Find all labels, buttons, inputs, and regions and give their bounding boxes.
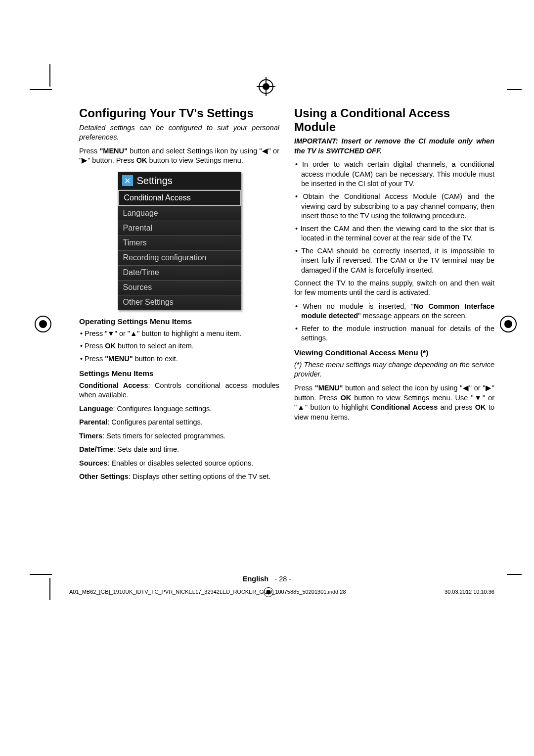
heading-configuring: Configuring Your TV's Settings <box>79 106 279 120</box>
footer-filename: A01_MB62_[GB]_1910UK_IDTV_TC_PVR_NICKEL1… <box>69 589 346 595</box>
settings-menu-item: Timers <box>118 236 241 250</box>
important-note: IMPORTANT: Insert or remove the CI modul… <box>294 137 494 156</box>
crop-mark <box>49 64 50 87</box>
viewing-heading: Viewing Conditional Access Menu (*) <box>294 348 494 357</box>
settings-icon <box>122 175 133 186</box>
crop-mark <box>507 89 522 90</box>
settings-items-heading: Settings Menu Items <box>79 369 279 378</box>
settings-menu-screenshot: Settings Conditional AccessLanguageParen… <box>118 172 241 310</box>
viewing-note: (*) These menu settings may change depen… <box>294 360 494 379</box>
cam-bullet: Obtain the Conditional Access Module (CA… <box>294 192 494 221</box>
registration-mark-icon <box>500 316 517 332</box>
connect-text: Connect the TV to the mains supply, swit… <box>294 279 494 298</box>
left-column: Configuring Your TV's Settings Detailed … <box>79 106 279 583</box>
footer-page-number: - 28 - <box>274 575 291 583</box>
cam-bullet: The CAM should be correctly inserted, it… <box>294 246 494 276</box>
op-step: Press OK button to select an item. <box>79 341 279 351</box>
desc-parental: Parental: Configures parental settings. <box>79 418 279 427</box>
settings-menu-item: Recording configuration <box>118 250 241 265</box>
settings-menu-item: Conditional Access <box>118 190 241 206</box>
intro-text: Detailed settings can be configured to s… <box>79 123 279 142</box>
crop-mark <box>30 89 52 90</box>
cam-bullet: In order to watch certain digital channe… <box>294 160 494 189</box>
menu-title: Settings <box>137 175 173 187</box>
registration-mark-icon <box>264 587 273 597</box>
desc-conditional: Conditional Access: Controls conditional… <box>79 381 279 400</box>
right-column: Using a Conditional Access Module IMPORT… <box>294 106 494 583</box>
page-footer: English - 28 - <box>0 575 534 583</box>
settings-menu-item: Language <box>118 206 241 221</box>
press-menu-instruction: Press "MENU" button and select Settings … <box>79 146 279 166</box>
settings-menu-item: Date/Time <box>118 265 241 280</box>
op-step: Press "▼" or "▲" button to highlight a m… <box>79 329 279 339</box>
registration-mark-icon <box>259 79 273 94</box>
viewing-body: Press "MENU" button and select the icon … <box>294 383 494 422</box>
desc-timers: Timers: Sets timers for selected program… <box>79 431 279 441</box>
cam-bullet: Insert the CAM and then the viewing card… <box>294 224 494 243</box>
desc-language: Language: Configures language settings. <box>79 404 279 414</box>
settings-menu-item: Parental <box>118 221 241 236</box>
footer-language: English <box>243 575 268 583</box>
cam-bullet: When no module is inserted, "No Common I… <box>294 302 494 321</box>
registration-mark-icon <box>35 316 51 332</box>
desc-datetime: Date/Time: Sets date and time. <box>79 445 279 455</box>
cam-bullet: Refer to the module instruction manual f… <box>294 324 494 343</box>
desc-other: Other Settings: Displays other setting o… <box>79 472 279 482</box>
desc-sources: Sources: Enables or disables selected so… <box>79 459 279 469</box>
heading-conditional-access: Using a Conditional Access Module <box>294 106 494 134</box>
operating-heading: Operating Settings Menu Items <box>79 317 279 326</box>
settings-menu-item: Other Settings <box>118 295 241 310</box>
op-step: Press "MENU" button to exit. <box>79 354 279 364</box>
footer-meta: A01_MB62_[GB]_1910UK_IDTV_TC_PVR_NICKEL1… <box>69 589 494 595</box>
settings-menu-item: Sources <box>118 280 241 295</box>
footer-timestamp: 30.03.2012 10:10:36 <box>445 589 494 595</box>
